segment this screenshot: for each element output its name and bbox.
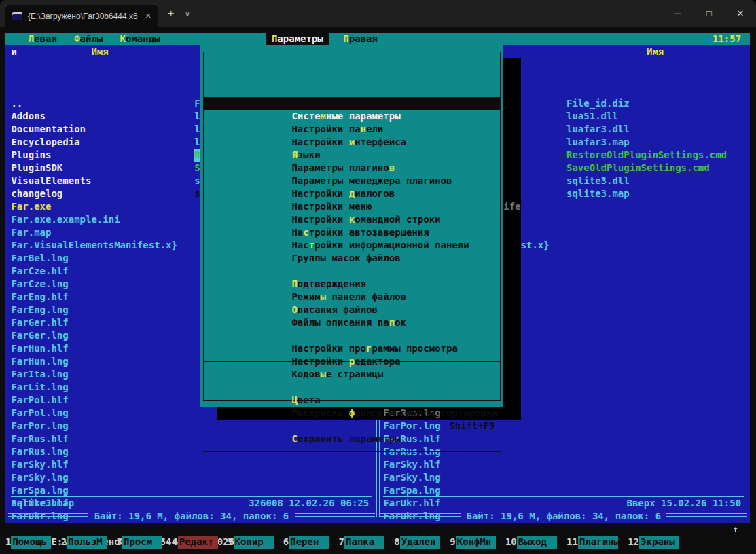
menu-item[interactable]: Настройки информационной панели — [200, 226, 504, 239]
file-row[interactable]: Far.exe — [11, 200, 177, 213]
file-row[interactable]: FarHun.lng — [11, 355, 177, 368]
menu-item[interactable]: Системные параметры — [204, 97, 501, 110]
fkey-button[interactable]: 2 ПользМ — [61, 536, 107, 549]
fkey-button[interactable]: 4 Редакт — [172, 536, 217, 549]
file-row[interactable]: FarPor.lng — [11, 420, 177, 432]
file-row[interactable]: FarSky.lng — [383, 471, 549, 484]
terminal-tab[interactable]: {E:\Загружено\Far30b6444.x6 ✕ — [5, 5, 158, 27]
file-row[interactable]: FarBel.lng — [11, 252, 177, 265]
file-row[interactable]: PluginSDK — [11, 162, 177, 174]
file-row[interactable]: FarEng.hlf — [11, 291, 177, 303]
file-row[interactable]: Far.exe.example.ini — [11, 213, 177, 226]
file-row[interactable]: Far.map — [11, 226, 177, 239]
menu-item[interactable]: Настройки программы просмотра — [200, 329, 504, 342]
file-row[interactable]: Plugins — [11, 149, 177, 162]
file-row[interactable]: FarPol.hlf — [11, 394, 177, 407]
file-row[interactable]: File_id.diz — [194, 97, 200, 110]
menu-item[interactable]: Параметры плагинов — [200, 149, 504, 162]
titlebar[interactable]: {E:\Загружено\Far30b6444.x6 ✕ + ∨ ─ □ ✕ — [0, 0, 756, 27]
menubar-item-files[interactable]: Файлы — [74, 33, 103, 45]
menu-item[interactable]: Настройки редактора — [200, 342, 504, 355]
file-row[interactable]: lua51.dll — [194, 110, 200, 123]
file-row[interactable]: FarGer.lng — [11, 329, 177, 342]
file-row[interactable]: FarCze.lng — [11, 278, 177, 291]
menu-item[interactable]: Описания файлов — [200, 291, 504, 303]
menu-item[interactable] — [200, 252, 504, 265]
file-row[interactable]: SaveOldPluginSettings.cmd — [194, 162, 200, 174]
fkey-button[interactable]: 9 КонфМн — [450, 536, 495, 549]
menubar-item-options-selected[interactable]: Параметры — [266, 33, 329, 45]
menu-item[interactable] — [200, 316, 504, 329]
file-row[interactable]: sqlite3.dll — [566, 174, 727, 187]
file-row[interactable]: sqlite3.dll — [194, 174, 200, 187]
file-row[interactable]: FarHun.hlf — [11, 342, 177, 355]
file-row[interactable]: FarEng.lng — [11, 303, 177, 316]
menu-item[interactable]: Подтверждения — [200, 265, 504, 278]
fkey-button[interactable]: 8 Удален — [394, 536, 439, 549]
file-row[interactable]: Far.VisualElementsManifest.x} — [11, 239, 177, 252]
fkey-button[interactable]: 1 Помощь — [5, 536, 51, 549]
file-row[interactable]: sqlite3.map — [194, 187, 200, 200]
menu-item[interactable]: Настройки диалогов — [200, 174, 504, 187]
file-row[interactable]: FarSpa.lng — [383, 484, 549, 497]
menu-item[interactable]: Группы масок файлов — [200, 239, 504, 252]
menu-item[interactable]: Настройки меню — [200, 187, 504, 200]
file-row[interactable]: FarSky.lng — [11, 471, 177, 484]
file-row[interactable]: luafar3.map — [566, 136, 727, 149]
tab-dropdown-icon[interactable]: ∨ — [185, 10, 190, 18]
menu-item[interactable]: Режимы панели файлов — [200, 278, 504, 291]
menu-item[interactable]: Цвета — [200, 381, 504, 394]
menu-item[interactable]: Настройки командной строки — [200, 200, 504, 213]
fkey-button[interactable]: 10 Выход — [505, 536, 557, 549]
file-row[interactable]: Encyclopedia — [11, 136, 177, 149]
file-row[interactable]: FarSky.hlf — [383, 458, 549, 471]
menu-item[interactable] — [200, 368, 504, 381]
menu-item[interactable]: Файлы описания папок — [200, 303, 504, 316]
file-row[interactable]: luafar3.dll — [566, 123, 727, 136]
fkey-button[interactable]: 7 Папка — [339, 536, 384, 549]
menu-item[interactable]: Настройки интерфейса — [200, 123, 504, 136]
menu-item[interactable]: Параметры менеджера плагинов — [200, 162, 504, 174]
menubar-item-right[interactable]: Правая — [343, 33, 378, 45]
file-row[interactable]: SaveOldPluginSettings.cmd — [566, 162, 727, 174]
file-row[interactable]: luafar3.map — [194, 136, 200, 149]
file-row[interactable]: FarPol.lng — [11, 407, 177, 420]
file-row[interactable]: FarLit.lng — [11, 381, 177, 394]
function-key-bar: 1 Помощь 2 ПользМ 3 Просм 4 Редакт 5 Коп… — [5, 536, 750, 549]
menubar-item-left[interactable]: Левая — [29, 33, 57, 45]
menubar-item-commands[interactable]: Команды — [120, 33, 160, 45]
file-row[interactable]: luafar3.dll — [194, 123, 200, 136]
file-row[interactable]: FarSpa.lng — [11, 484, 177, 497]
menu-item[interactable]: Раскраска файлов и группы сортировки — [200, 394, 504, 407]
file-row[interactable]: FarSky.hlf — [11, 458, 177, 471]
maximize-button[interactable]: □ — [694, 0, 725, 27]
menu-item[interactable]: Настройки автозавершения — [200, 213, 504, 226]
fkey-button[interactable]: 6 Перен — [283, 536, 329, 549]
menu-item[interactable] — [200, 407, 504, 420]
tab-close-icon[interactable]: ✕ — [145, 12, 151, 20]
file-row[interactable]: changelog — [11, 187, 177, 200]
fkey-button[interactable]: 12 Экраны — [628, 536, 679, 549]
file-row[interactable]: VisualElements — [11, 174, 177, 187]
file-row[interactable]: FarRus.lng — [11, 445, 177, 458]
file-row[interactable]: File_id.diz — [566, 97, 727, 110]
file-row[interactable]: FarIta.lng — [11, 368, 177, 381]
close-button[interactable]: ✕ — [725, 0, 756, 27]
file-row[interactable]: FarCze.hlf — [11, 265, 177, 278]
menu-item[interactable]: Кодовые страницы — [200, 355, 504, 368]
fkey-button[interactable]: 5 Копир — [228, 536, 273, 549]
file-row[interactable]: FarRus.hlf — [11, 432, 177, 445]
command-line[interactable]: E:\Загружено\Far30b6444.x64.20260212> ↑ — [5, 523, 750, 536]
menu-item[interactable]: Языки — [200, 136, 504, 149]
menu-item[interactable]: Настройки панели — [200, 110, 504, 123]
fkey-button[interactable]: 3 Просм — [117, 536, 162, 549]
file-row[interactable]: RestoreOldPluginSettings.cmd — [194, 149, 200, 162]
file-row[interactable]: RestoreOldPluginSettings.cmd — [566, 149, 727, 162]
menu-item[interactable]: Сохранить параметрыShift+F9 — [200, 420, 504, 432]
minimize-button[interactable]: ─ — [662, 0, 694, 27]
file-row[interactable]: FarGer.hlf — [11, 316, 177, 329]
new-tab-button[interactable]: + — [168, 7, 174, 20]
file-row[interactable]: lua51.dll — [566, 110, 727, 123]
fkey-button[interactable]: 11 Плагины — [566, 536, 618, 549]
file-row[interactable]: sqlite3.map — [566, 187, 727, 200]
